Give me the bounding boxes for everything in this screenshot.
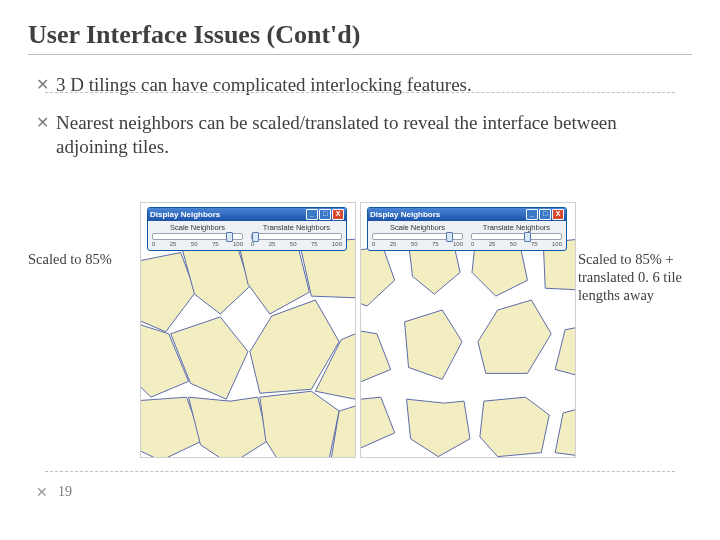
scale-slider-thumb[interactable] xyxy=(226,232,233,242)
panel-body: Scale Neighbors 0 25 50 75 100 xyxy=(368,221,566,250)
translate-ticks: 0 25 50 75 100 xyxy=(470,241,563,247)
neighbor-panel: Display Neighbors _ □ X Scale Neighbors xyxy=(147,207,347,251)
scale-slider-group: Scale Neighbors 0 25 50 75 100 xyxy=(371,223,464,247)
bullet-text: 3 D tilings can have complicated interlo… xyxy=(56,73,692,97)
title-divider xyxy=(28,54,692,55)
scale-slider-group: Scale Neighbors 0 25 50 75 100 xyxy=(151,223,244,247)
panel-titlebar[interactable]: Display Neighbors _ □ X xyxy=(368,208,566,221)
tick: 100 xyxy=(332,241,342,247)
svg-marker-5 xyxy=(171,317,248,399)
footer: ✕ 19 xyxy=(36,484,72,500)
tick: 75 xyxy=(531,241,538,247)
right-caption: Scaled to 85% + translated 0. 6 tile len… xyxy=(578,250,708,304)
panel-title: Display Neighbors xyxy=(370,210,440,219)
figure-right: Display Neighbors _ □ X Scale Neighbors xyxy=(360,202,576,458)
svg-marker-2 xyxy=(238,241,309,314)
translate-slider-group: Translate Neighbors 0 25 50 75 100 xyxy=(470,223,563,247)
bullet-marker-icon: ✕ xyxy=(36,73,56,97)
left-caption: Scaled to 85% xyxy=(28,250,133,304)
tick: 50 xyxy=(411,241,418,247)
panel-body: Scale Neighbors 0 25 50 75 100 xyxy=(148,221,346,250)
tick: 25 xyxy=(390,241,397,247)
neighbor-panel: Display Neighbors _ □ X Scale Neighbors xyxy=(367,207,567,251)
window-controls: _ □ X xyxy=(306,209,344,220)
scale-slider-label: Scale Neighbors xyxy=(151,223,244,232)
scale-slider[interactable] xyxy=(152,233,243,240)
svg-marker-9 xyxy=(189,397,268,456)
bullet-text: Nearest neighbors can be scaled/translat… xyxy=(56,111,692,159)
tick: 75 xyxy=(212,241,219,247)
scale-slider-label: Scale Neighbors xyxy=(371,223,464,232)
svg-marker-20 xyxy=(361,397,395,449)
tick: 75 xyxy=(311,241,318,247)
translate-slider[interactable] xyxy=(251,233,342,240)
tick: 0 xyxy=(471,241,474,247)
figure-row: Display Neighbors _ □ X Scale Neighbors xyxy=(140,202,576,458)
svg-marker-16 xyxy=(361,328,391,383)
tick: 0 xyxy=(152,241,155,247)
maximize-icon[interactable]: □ xyxy=(539,209,551,220)
page-number: 19 xyxy=(58,484,72,500)
tick: 25 xyxy=(170,241,177,247)
bullet-marker-icon: ✕ xyxy=(36,111,56,135)
translate-slider[interactable] xyxy=(471,233,562,240)
footer-divider xyxy=(45,471,675,472)
translate-slider-thumb[interactable] xyxy=(252,232,259,242)
scale-slider-thumb[interactable] xyxy=(446,232,453,242)
maximize-icon[interactable]: □ xyxy=(319,209,331,220)
bullet-item: ✕ Nearest neighbors can be scaled/transl… xyxy=(36,111,692,159)
tick: 25 xyxy=(489,241,496,247)
figure-left: Display Neighbors _ □ X Scale Neighbors xyxy=(140,202,356,458)
scale-slider[interactable] xyxy=(372,233,463,240)
tick: 50 xyxy=(290,241,297,247)
tick: 0 xyxy=(372,241,375,247)
svg-marker-23 xyxy=(555,407,575,457)
tick: 50 xyxy=(191,241,198,247)
panel-titlebar[interactable]: Display Neighbors _ □ X xyxy=(148,208,346,221)
bullet-list: ✕ 3 D tilings can have complicated inter… xyxy=(36,73,692,159)
dashed-divider xyxy=(45,92,675,93)
footer-marker-icon: ✕ xyxy=(36,484,48,500)
translate-slider-group: Translate Neighbors 0 25 50 75 100 xyxy=(250,223,343,247)
svg-marker-19 xyxy=(555,326,575,378)
bullet-item: ✕ 3 D tilings can have complicated inter… xyxy=(36,73,692,97)
window-controls: _ □ X xyxy=(526,209,564,220)
tick: 100 xyxy=(453,241,463,247)
translate-slider-label: Translate Neighbors xyxy=(470,223,563,232)
svg-marker-1 xyxy=(183,243,250,314)
tick: 75 xyxy=(432,241,439,247)
close-icon[interactable]: X xyxy=(552,209,564,220)
svg-marker-10 xyxy=(260,391,339,456)
page-title: User Interface Issues (Cont'd) xyxy=(28,20,692,50)
panel-title: Display Neighbors xyxy=(150,210,220,219)
tick: 25 xyxy=(269,241,276,247)
translate-ticks: 0 25 50 75 100 xyxy=(250,241,343,247)
translate-slider-thumb[interactable] xyxy=(524,232,531,242)
translate-slider-label: Translate Neighbors xyxy=(250,223,343,232)
tick: 50 xyxy=(510,241,517,247)
tick: 100 xyxy=(233,241,243,247)
close-icon[interactable]: X xyxy=(332,209,344,220)
tick: 100 xyxy=(552,241,562,247)
svg-marker-12 xyxy=(361,247,395,306)
svg-marker-22 xyxy=(480,397,549,456)
minimize-icon[interactable]: _ xyxy=(306,209,318,220)
minimize-icon[interactable]: _ xyxy=(526,209,538,220)
svg-marker-18 xyxy=(478,300,551,373)
svg-marker-17 xyxy=(405,310,462,379)
svg-marker-21 xyxy=(407,399,470,456)
